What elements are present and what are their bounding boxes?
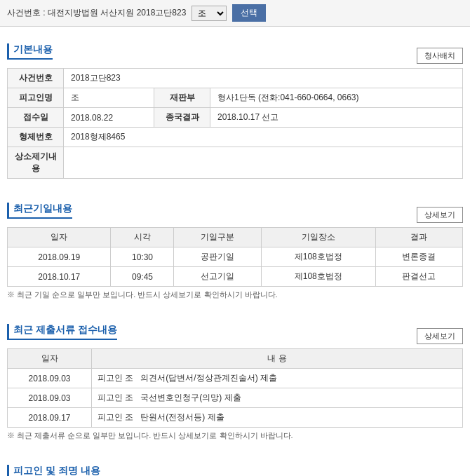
recent-records-note: ※ 최근 기일 순으로 일부만 보입니다. 반드시 상세보기로 확인하시기 바랍… [7,287,463,300]
record-place: 제108호법정 [261,267,375,287]
recent-records-section: 최근기일내용 상세보기 일자 시각 기일구분 기일장소 결과 2018.09.1… [0,186,470,307]
court-division-label: 재판부 [154,88,210,108]
appeal-label: 상소제기내용 [8,147,64,179]
table-header-row: 일자 시각 기일구분 기일장소 결과 [8,228,463,247]
defendant-charges-header: 피고인 및 죄명 내용 [7,458,463,476]
record-date: 2018.09.19 [8,247,111,267]
recent-submissions-note: ※ 최근 제출서류 순으로 일부만 보입니다. 반드시 상세보기로 확인하시기 … [7,428,463,441]
final-result-value: 2018.10.17 선고 [210,108,463,128]
record-result: 변론종결 [375,247,462,267]
table-row: 사건번호 2018고단823 [8,69,463,88]
table-row: 피고인명 조 재판부 형사1단독 (전화:041-660-0664, 0663) [8,88,463,108]
table-row: 형제번호 2018형제8465 [8,128,463,147]
table-row: 접수일 2018.08.22 종국결과 2018.10.17 선고 [8,108,463,128]
criminal-case-num-value: 2018형제8465 [64,128,463,147]
case-number-value: 2018고단823 [64,69,463,88]
table-row: 2018.09.17 피고인 조 탄원서(전정서등) 제출 [8,408,463,428]
recent-submissions-detail-button[interactable]: 상세보기 [417,328,463,344]
col-date: 일자 [8,349,92,369]
division-select[interactable]: 조 [192,6,227,21]
basic-info-title: 기본내용 [7,43,53,60]
basic-info-header: 기본내용 청사배치 [7,36,463,64]
table-row: 2018.09.19 10:30 공판기일 제108호법정 변론종결 [8,247,463,267]
criminal-case-num-label: 형제번호 [8,128,64,147]
submission-content: 피고인 조 의견서(답변서/정상관계진술서) 제출 [92,369,463,388]
basic-info-section: 기본내용 청사배치 사건번호 2018고단823 피고인명 조 재판부 형사1단… [0,27,470,186]
record-result: 판결선고 [375,267,462,287]
record-date: 2018.10.17 [8,267,111,287]
submission-date: 2018.09.17 [8,408,92,428]
basic-info-table: 사건번호 2018고단823 피고인명 조 재판부 형사1단독 (전화:041-… [7,68,463,179]
col-content: 내 용 [92,349,463,369]
recent-submissions-section: 최근 제출서류 접수내용 상세보기 일자 내 용 2018.09.03 피고인 … [0,307,470,448]
submission-content: 피고인 조 탄원서(전정서등) 제출 [92,408,463,428]
case-number-label: 사건번호 [8,69,64,88]
submission-date: 2018.09.03 [8,388,92,408]
recent-records-table: 일자 시각 기일구분 기일장소 결과 2018.09.19 10:30 공판기일… [7,227,463,287]
recent-records-detail-button[interactable]: 상세보기 [417,207,463,223]
recent-records-title: 최근기일내용 [7,203,72,219]
col-result: 결과 [375,228,462,247]
col-date: 일자 [8,228,111,247]
defendant-charges-section: 피고인 및 죄명 내용 이름 죄명 1. 조 공문서변조등 ※ 형사공판사건의 … [0,448,470,476]
defendant-charges-title: 피고인 및 죄명 내용 [7,465,100,476]
record-type: 공판기일 [174,247,261,267]
submission-content: 피고인 조 국선변호인청구(의망) 제출 [92,388,463,408]
header-bar: 사건번호 : 대전지방법원 서산지원 2018고단823 조 선택 [0,0,470,27]
record-time: 09:45 [111,267,174,287]
recent-submissions-header: 최근 제출서류 접수내용 상세보기 [7,317,463,344]
final-result-label: 종국결과 [154,108,210,128]
record-time: 10:30 [111,247,174,267]
receipt-date-label: 접수일 [8,108,64,128]
table-row: 2018.09.03 피고인 조 국선변호인청구(의망) 제출 [8,388,463,408]
appeal-value [64,147,463,179]
court-division-value: 형사1단독 (전화:041-660-0664, 0663) [210,88,463,108]
record-type: 선고기일 [174,267,261,287]
case-label: 사건번호 : 대전지방법원 서산지원 2018고단823 [7,7,186,19]
col-time: 시각 [111,228,174,247]
table-row: 상소제기내용 [8,147,463,179]
recent-submissions-table: 일자 내 용 2018.09.03 피고인 조 의견서(답변서/정상관계진술서)… [7,348,463,428]
submission-date: 2018.09.03 [8,369,92,388]
select-button[interactable]: 선택 [232,4,266,22]
receipt-date-value: 2018.08.22 [64,108,154,128]
table-row: 2018.09.03 피고인 조 의견서(답변서/정상관계진술서) 제출 [8,369,463,388]
col-place: 기일장소 [261,228,375,247]
defendant-label: 피고인명 [8,88,64,108]
courthouse-map-button[interactable]: 청사배치 [417,48,463,64]
defendant-value: 조 [64,88,154,108]
table-row: 2018.10.17 09:45 선고기일 제108호법정 판결선고 [8,267,463,287]
record-place: 제108호법정 [261,247,375,267]
recent-submissions-title: 최근 제출서류 접수내용 [7,324,117,340]
recent-records-header: 최근기일내용 상세보기 [7,196,463,223]
col-type: 기일구분 [174,228,261,247]
table-header-row: 일자 내 용 [8,349,463,369]
